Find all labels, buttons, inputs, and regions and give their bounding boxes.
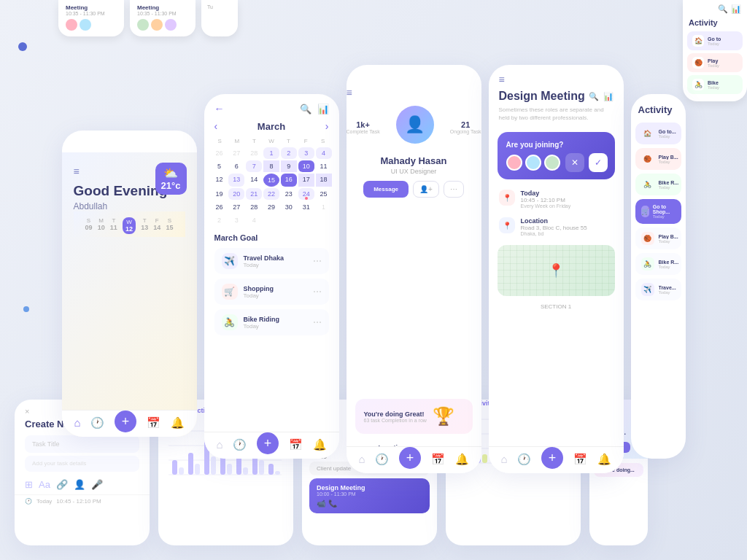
meeting-nav-cal[interactable]: 📅 [573, 453, 587, 469]
cal-d-22[interactable]: 22 [263, 188, 279, 200]
toolbar-person-icon[interactable]: 👤 [74, 479, 85, 490]
cal-d-28b[interactable]: 28 [246, 201, 262, 213]
cal-d-9[interactable]: 9 [281, 160, 297, 172]
cal-d-5[interactable]: 5 [212, 160, 228, 172]
cal-d-18[interactable]: 18 [316, 174, 332, 187]
profile-menu-icon[interactable]: ≡ [347, 87, 481, 98]
activity-item-5[interactable]: 🚴 Bike R... Today [635, 253, 681, 275]
meeting-nav-clock[interactable]: 🕐 [517, 453, 531, 469]
cal-d-14[interactable]: 14 [246, 174, 262, 187]
cal-prev-btn[interactable]: ‹ [214, 120, 218, 132]
nav-home-icon[interactable]: ⌂ [74, 416, 80, 432]
cal-d-10[interactable]: 10 [298, 160, 314, 172]
cal-d-2[interactable]: 2 [281, 147, 297, 159]
activity-item-1[interactable]: 🏠 Go to... Today [635, 122, 681, 144]
activity-item-date-1: Today [708, 42, 721, 46]
nav-calendar-icon[interactable]: 📅 [147, 416, 160, 432]
cal-d-29[interactable]: 29 [263, 201, 279, 213]
cal-d-16[interactable]: 16 [281, 174, 297, 187]
design-meeting-event[interactable]: Design Meeting 10:00 - 11:30 PM 📹 📞 [309, 478, 430, 513]
cal-d-4b[interactable]: 4 [246, 214, 262, 226]
cal-nav-bell[interactable]: 🔔 [313, 438, 327, 454]
cal-d-26[interactable]: 26 [212, 147, 228, 159]
meeting-menu-icon[interactable]: ≡ [499, 74, 614, 85]
profile-nav-bell[interactable]: 🔔 [455, 453, 469, 469]
cal-d-13[interactable]: 13 [228, 174, 244, 187]
message-btn[interactable]: Message [363, 181, 409, 198]
cal-d-21[interactable]: 21 [246, 188, 262, 200]
cal-d-6[interactable]: 6 [228, 160, 244, 172]
day-s[interactable]: S09 [85, 217, 93, 234]
nav-add-btn[interactable]: + [115, 411, 136, 432]
profile-nav-home[interactable]: ⌂ [358, 453, 365, 469]
meeting-search-icon[interactable]: 🔍 [589, 92, 599, 101]
cal-d-30[interactable]: 30 [281, 201, 297, 213]
nav-clock-icon[interactable]: 🕐 [90, 416, 104, 432]
day-s2[interactable]: S15 [166, 217, 173, 234]
cal-d-1b[interactable]: 1 [316, 201, 332, 213]
cal-nav-add[interactable]: + [257, 432, 279, 454]
add-friend-btn[interactable]: 👤+ [413, 181, 439, 198]
meeting-nav-bell[interactable]: 🔔 [597, 453, 611, 469]
toolbar-text-icon[interactable]: Aa [39, 479, 50, 490]
goal-item-2[interactable]: 🛒 Shopping Today ⋯ [214, 279, 329, 305]
day-t1[interactable]: T11 [110, 217, 117, 234]
cal-d-17[interactable]: 17 [298, 174, 314, 187]
cal-d-1[interactable]: 1 [263, 147, 279, 159]
activity-item-6[interactable]: ✈️ Trave... Today [635, 279, 681, 300]
profile-nav-add[interactable]: + [399, 447, 421, 469]
cal-d-28[interactable]: 28 [246, 147, 262, 159]
toolbar-mic-icon[interactable]: 🎤 [91, 479, 103, 490]
cal-d-19[interactable]: 19 [212, 188, 228, 200]
meeting-nav-add[interactable]: + [541, 447, 563, 469]
goal-item-1[interactable]: ✈️ Travel Dhaka Today ⋯ [214, 248, 329, 274]
activity-item-4[interactable]: 🏀 Play B... Today [635, 228, 681, 249]
goal-item-3[interactable]: 🚴 Bike Riding Today ⋯ [214, 309, 329, 335]
close-icon[interactable]: × [25, 407, 29, 416]
cal-back-btn[interactable]: ← [214, 103, 225, 114]
goal-dots-1[interactable]: ⋯ [313, 256, 322, 266]
day-w[interactable]: W12 [123, 217, 136, 234]
nav-bell-icon[interactable]: 🔔 [171, 416, 185, 432]
cal-nav-clock[interactable]: 🕐 [233, 438, 247, 454]
cal-d-23[interactable]: 23 [281, 188, 297, 200]
meeting-chart-icon[interactable]: 📊 [603, 92, 614, 101]
cal-nav-cal[interactable]: 📅 [289, 438, 303, 454]
meeting-nav-home[interactable]: ⌂ [500, 453, 507, 469]
cal-d-3b[interactable]: 3 [228, 214, 244, 226]
cal-d-2b[interactable]: 2 [212, 214, 228, 226]
activity-shopping-banner[interactable]: 🛒 Go to Shop... Today [635, 199, 681, 224]
cal-d-11[interactable]: 11 [316, 160, 332, 172]
goal-dots-2[interactable]: ⋯ [313, 287, 322, 297]
profile-nav-clock[interactable]: 🕐 [375, 453, 389, 469]
profile-nav-cal[interactable]: 📅 [431, 453, 445, 469]
cal-d-31[interactable]: 31 [298, 201, 314, 213]
toolbar-link-icon[interactable]: 🔗 [56, 479, 68, 490]
activity-item-3[interactable]: 🚴 Bike R... Today [635, 174, 681, 195]
cal-nav-home[interactable]: ⌂ [216, 438, 222, 454]
cal-d-26b[interactable]: 26 [212, 201, 228, 213]
cal-d-20[interactable]: 20 [228, 188, 244, 200]
cal-d-24[interactable]: 24 [298, 188, 314, 200]
cal-search-icon[interactable]: 🔍 [300, 104, 311, 114]
goal-dots-3[interactable]: ⋯ [313, 317, 322, 327]
cal-d-27b[interactable]: 27 [228, 201, 244, 213]
day-m[interactable]: M10 [98, 217, 105, 234]
cal-d-15[interactable]: 15 [263, 174, 279, 187]
more-btn[interactable]: ⋯ [444, 181, 464, 198]
day-t2[interactable]: T13 [141, 217, 148, 234]
toolbar-grid-icon[interactable]: ⊞ [25, 479, 33, 490]
activity-item-2[interactable]: 🏀 Play B... Today [635, 148, 681, 170]
cal-d-12[interactable]: 12 [212, 174, 228, 187]
cal-d-4[interactable]: 4 [316, 147, 332, 159]
cal-d-27[interactable]: 27 [228, 147, 244, 159]
cal-d-25[interactable]: 25 [316, 188, 332, 200]
cal-next-btn[interactable]: › [325, 120, 329, 132]
cal-d-8[interactable]: 8 [263, 160, 279, 172]
day-f[interactable]: F14 [153, 217, 160, 234]
cal-d-7[interactable]: 7 [246, 160, 262, 172]
accept-btn[interactable]: ✓ [589, 153, 608, 172]
cal-d-3[interactable]: 3 [298, 147, 314, 159]
decline-btn[interactable]: ✕ [565, 153, 584, 172]
cal-chart-icon[interactable]: 📊 [317, 104, 329, 114]
